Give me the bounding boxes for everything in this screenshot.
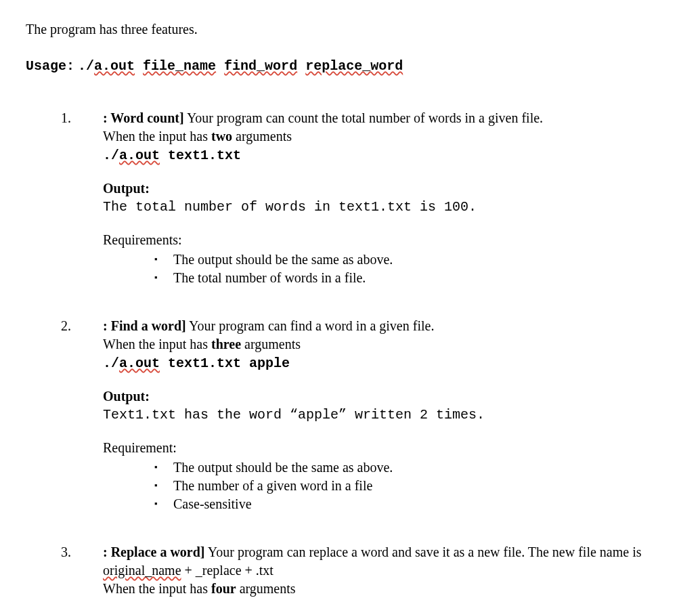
feature-desc: Your program can count the total number … [184,110,543,125]
args-line: When the input has two arguments [103,127,674,146]
cmd-aout: a.out [119,148,160,163]
args-line: When the input has three arguments [103,335,674,353]
feature-header: : Replace a word] Your program can repla… [103,543,674,580]
args-count: two [211,129,232,144]
output-text: The total number of words in text1.txt i… [103,198,674,216]
usage-command: ./a.out file_name find_word replace_word [78,58,403,74]
requirement-item: Case-sensitive [154,495,674,513]
requirements-list: The output should be the same as above. … [103,458,674,513]
args-pre: When the input has [103,581,211,596]
args-pre: When the input has [103,337,211,351]
output-block: Output: The total number of words in tex… [103,179,674,216]
feature-header: : Find a word] Your program can find a w… [103,317,674,335]
requirement-item: The output should be the same as above. [154,458,674,477]
requirements-list: The output should be the same as above. … [103,251,674,287]
output-block: Output: Text1.txt has the word “apple” w… [103,387,674,424]
output-label: Output: [103,387,674,406]
args-count: three [211,337,241,351]
usage-arg-replaceword: replace_word [305,58,403,74]
feature-title: : Find a word] [103,318,186,333]
feature-desc: Your program can find a word in a given … [186,318,435,333]
feature-title: : Replace a word] [103,544,205,559]
cmd-rest: text1.txt apple [160,356,290,371]
command-line: ./a.out text1.txt [103,146,674,165]
filename-rest: + _replace + .txt [181,563,274,578]
requirement-item: The output should be the same as above. [154,251,674,269]
requirement-item: The total number of words in a file. [154,269,674,287]
args-count: four [211,581,236,596]
args-post: arguments [236,581,296,596]
cmd-rest: text1.txt [160,148,241,163]
requirement-item: The number of a given word in a file [154,477,674,495]
feature-word-count: : Word count] Your program can count the… [74,109,674,287]
requirements-label: Requirement: [103,439,674,457]
cmd-prefix: ./ [103,356,119,371]
feature-find-word: : Find a word] Your program can find a w… [74,317,674,513]
args-post: arguments [232,129,292,144]
args-line: When the input has four arguments [103,580,674,598]
output-label: Output: [103,179,674,198]
features-list: : Word count] Your program can count the… [26,109,674,598]
feature-replace-word: : Replace a word] Your program can repla… [74,543,674,598]
usage-cmd: a.out [94,58,135,74]
args-pre: When the input has [103,129,211,144]
feature-desc: Your program can replace a word and save… [205,544,642,559]
filename-squiggle: original_name [103,563,181,578]
cmd-aout: a.out [119,356,160,371]
command-line: ./a.out text1.txt apple [103,353,674,372]
requirements-label: Requirements: [103,231,674,249]
usage-label: Usage: [26,58,74,74]
usage-arg-findword: find_word [224,58,297,74]
intro-text: The program has three features. [26,20,674,39]
output-text: Text1.txt has the word “apple” written 2… [103,406,674,424]
feature-header: : Word count] Your program can count the… [103,109,674,127]
usage-arg-filename: file_name [143,58,216,74]
cmd-prefix: ./ [103,148,119,163]
args-post: arguments [241,337,301,351]
usage-prefix: ./ [78,58,94,74]
usage-line: Usage: ./a.out file_name find_word repla… [26,56,674,75]
feature-title: : Word count] [103,110,184,125]
